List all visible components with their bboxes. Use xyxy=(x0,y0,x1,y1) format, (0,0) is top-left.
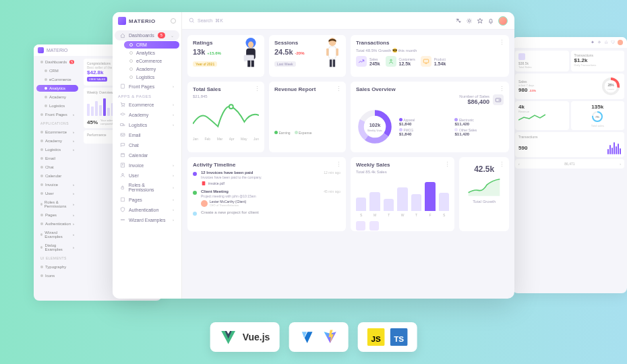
sidebar-logistics-app[interactable]: Logistics› xyxy=(115,120,179,129)
brand-name: MATERIO xyxy=(129,18,156,24)
sidebar-dashboards[interactable]: Dashboards 5 ⌄ xyxy=(115,30,179,40)
sidebar-pages[interactable]: Pages› xyxy=(115,195,179,204)
more-icon[interactable]: ⋮ xyxy=(499,86,505,92)
sidebar-chat[interactable]: Chat xyxy=(115,140,179,150)
badge-count: 5 xyxy=(158,32,165,38)
wizard-icon xyxy=(120,217,125,222)
sidebar-invoice[interactable]: Invoice› xyxy=(115,160,179,170)
logo-mark-icon xyxy=(118,17,126,25)
academic-icon xyxy=(120,112,125,117)
svg-rect-27 xyxy=(251,61,254,67)
more-icon[interactable]: ⋮ xyxy=(254,86,260,92)
sidebar-item-academy[interactable]: Academy xyxy=(124,65,179,73)
svg-point-19 xyxy=(123,219,124,220)
more-icon[interactable]: ⋮ xyxy=(499,39,505,46)
card-sales-overview: ⋮ Sales Overview Number of Sales$86,400 … xyxy=(351,82,509,152)
tech-badges: Vue.js JS TS xyxy=(210,322,417,352)
theme-icon[interactable] xyxy=(466,18,473,24)
chevron-down-icon: ⌄ xyxy=(171,33,174,38)
pin-icon[interactable] xyxy=(171,18,176,24)
svg-point-20 xyxy=(189,18,193,22)
users-icon xyxy=(388,58,394,65)
mail-icon xyxy=(120,132,125,138)
svg-text:JS: JS xyxy=(371,334,381,343)
sidebar-item-crm[interactable]: CRM xyxy=(124,41,179,49)
sales-donut-chart: 102k Weekly Visits xyxy=(356,108,394,146)
bell-icon[interactable] xyxy=(487,18,494,24)
sidebar-user[interactable]: User› xyxy=(115,171,179,180)
file-icon xyxy=(120,84,125,89)
svg-point-14 xyxy=(122,173,124,175)
svg-rect-25 xyxy=(244,55,254,61)
svg-rect-7 xyxy=(121,84,124,88)
svg-rect-15 xyxy=(121,187,124,189)
svg-rect-12 xyxy=(121,154,124,157)
sidebar-roles[interactable]: Roles & Permissions› xyxy=(115,181,179,194)
sidebar-item-analytics[interactable]: Analytics xyxy=(124,49,179,57)
shield-icon xyxy=(120,207,125,212)
more-icon[interactable]: ⋮ xyxy=(499,161,505,168)
weekly-chart xyxy=(356,181,449,211)
sidebar-section: APPS & PAGES xyxy=(113,92,181,99)
brand-logo[interactable]: MATERIO xyxy=(113,12,181,30)
total-sales-chart xyxy=(193,98,259,132)
sidebar-academy-app[interactable]: Academy› xyxy=(115,110,179,119)
svg-rect-10 xyxy=(121,124,123,126)
card-sessions: Sessions 24.5k-20% Last Week xyxy=(269,35,346,77)
vuetify-icon xyxy=(298,328,316,346)
calendar-icon xyxy=(120,152,125,158)
topbar: Search ⌘K xyxy=(182,12,514,30)
truck-icon xyxy=(120,122,125,127)
timeline-item: 12 Invoices have been paid12 min ago Inv… xyxy=(193,171,340,186)
svg-rect-26 xyxy=(247,61,250,67)
svg-rect-11 xyxy=(121,133,125,136)
svg-point-38 xyxy=(499,100,500,100)
card-revenue-report: ⋮ Revenue Report Earning Expense xyxy=(269,82,346,152)
search-input[interactable]: Search ⌘K xyxy=(189,18,223,24)
svg-rect-35 xyxy=(423,59,429,63)
language-icon[interactable] xyxy=(455,18,462,24)
svg-point-18 xyxy=(122,219,123,220)
sidebar-auth[interactable]: Authentication› xyxy=(115,205,179,214)
svg-rect-16 xyxy=(121,198,124,201)
vue-icon xyxy=(220,328,237,346)
svg-rect-31 xyxy=(333,59,335,67)
ts-icon: TS xyxy=(390,328,407,346)
more-icon[interactable]: ⋮ xyxy=(336,86,342,92)
sidebar-calendar[interactable]: Calendar xyxy=(115,150,179,160)
wallet-icon xyxy=(495,96,502,103)
transactions-title: Transactions xyxy=(356,40,504,46)
sidebar-item-logistics[interactable]: Logistics xyxy=(124,73,179,81)
svg-point-23 xyxy=(248,42,253,49)
sidebar: MATERIO Dashboards 5 ⌄ CRM Analytics eCo… xyxy=(113,12,182,299)
ratings-chip: Year of 2021 xyxy=(193,61,217,67)
card-ratings: Ratings 13k+15.6% Year of 2021 xyxy=(187,35,264,77)
txn-sales: Sales245k xyxy=(356,56,380,67)
txn-customers: Customers12.5k xyxy=(386,56,415,67)
svg-text:28%: 28% xyxy=(607,84,614,87)
more-icon[interactable]: ⋮ xyxy=(336,161,342,168)
sidebar-front-pages[interactable]: Front Pages› xyxy=(115,82,179,91)
chevron-right-icon: › xyxy=(173,84,174,88)
more-icon[interactable]: ⋮ xyxy=(444,161,450,168)
svg-point-34 xyxy=(390,59,392,61)
user-avatar[interactable] xyxy=(498,16,508,26)
svg-text:78%: 78% xyxy=(595,116,599,119)
star-icon[interactable] xyxy=(477,18,483,24)
sidebar-wizard[interactable]: Wizard Examples› xyxy=(115,215,179,224)
sidebar-ecommerce[interactable]: Ecommerce› xyxy=(115,100,179,109)
svg-point-17 xyxy=(121,219,121,220)
search-icon xyxy=(189,18,195,24)
bg-right-panel: ✦✧☆♡ $38.5kTotal Sales Transactions$1.2k… xyxy=(512,37,627,293)
sidebar-item-ecommerce[interactable]: eCommerce xyxy=(124,57,179,65)
js-icon: JS xyxy=(367,328,384,346)
timeline-item: Client Meeting45 min ago Project meeting… xyxy=(193,189,340,207)
tech-vuetify-vite xyxy=(289,322,348,352)
sidebar-email[interactable]: Email xyxy=(115,130,179,140)
sessions-chip: Last Week xyxy=(274,61,296,67)
svg-rect-45 xyxy=(202,181,206,185)
card-transactions: ⋮ Transactions Total 48.5% Growth 😎 this… xyxy=(351,35,509,77)
txn-product: Product1.54k xyxy=(421,56,446,67)
timeline-item: Create a new project for client xyxy=(193,210,340,216)
growth-chart xyxy=(467,177,501,197)
